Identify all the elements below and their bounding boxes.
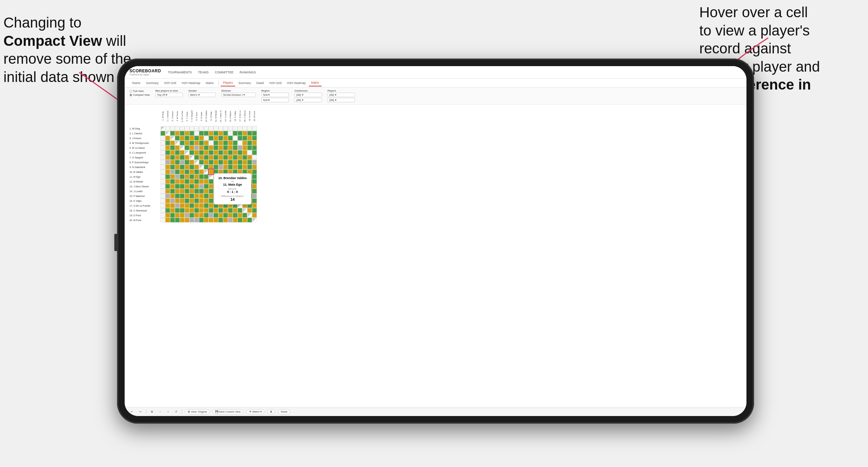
grid-cell[interactable]: [194, 218, 199, 222]
grid-cell[interactable]: [170, 165, 175, 169]
grid-cell[interactable]: [180, 198, 185, 203]
grid-cell[interactable]: [165, 169, 170, 174]
grid-cell[interactable]: [185, 126, 189, 131]
grid-cell[interactable]: [228, 131, 233, 136]
grid-cell[interactable]: [189, 184, 194, 189]
grid-cell[interactable]: [185, 141, 189, 145]
grid-cell[interactable]: [199, 194, 204, 198]
grid-cell[interactable]: [252, 155, 257, 160]
grid-cell[interactable]: [189, 160, 194, 165]
sub-nav-matrix1[interactable]: Matrix: [203, 80, 216, 86]
grid-cell[interactable]: [242, 155, 247, 160]
grid-cell[interactable]: [209, 141, 213, 145]
grid-cell[interactable]: [180, 184, 185, 189]
sub-nav-teams[interactable]: Teams: [129, 80, 143, 86]
grid-cell[interactable]: [165, 203, 170, 208]
grid-cell[interactable]: [247, 145, 252, 150]
grid-cell[interactable]: [165, 131, 170, 136]
grid-cell[interactable]: [180, 155, 185, 160]
nav-teams[interactable]: TEAMS: [198, 70, 209, 75]
zoom-in-button[interactable]: +: [166, 409, 171, 414]
grid-cell[interactable]: [170, 160, 175, 165]
grid-cell[interactable]: [199, 131, 204, 136]
grid-cell[interactable]: [252, 141, 257, 145]
grid-cell[interactable]: [170, 155, 175, 160]
sub-nav-h2hheatmap1[interactable]: H2H Heatmap: [179, 80, 203, 86]
filter-conference-select2[interactable]: (All) ▾: [294, 98, 322, 102]
grid-cell[interactable]: [218, 160, 223, 165]
grid-cell[interactable]: [252, 179, 257, 184]
grid-cell[interactable]: [209, 174, 213, 179]
grid-cell[interactable]: [170, 189, 175, 194]
grid-cell[interactable]: [247, 126, 252, 131]
grid-cell[interactable]: [209, 126, 213, 131]
grid-cell[interactable]: [223, 213, 228, 218]
grid-cell[interactable]: [160, 160, 165, 165]
grid-cell[interactable]: [252, 198, 257, 203]
grid-cell[interactable]: [199, 169, 204, 174]
grid-cell[interactable]: [189, 198, 194, 203]
grid-cell[interactable]: [165, 198, 170, 203]
grid-cell[interactable]: [165, 218, 170, 222]
grid-cell[interactable]: [175, 126, 180, 131]
grid-cell[interactable]: [213, 126, 218, 131]
grid-cell[interactable]: [233, 213, 238, 218]
redo-button[interactable]: ↪: [137, 409, 143, 414]
grid-cell[interactable]: [194, 203, 199, 208]
grid-cell[interactable]: [194, 179, 199, 184]
grid-cell[interactable]: [247, 213, 252, 218]
grid-cell[interactable]: [180, 189, 185, 194]
grid-cell[interactable]: [228, 160, 233, 165]
grid-cell[interactable]: [199, 179, 204, 184]
grid-cell[interactable]: [209, 169, 213, 174]
grid-cell[interactable]: [189, 208, 194, 213]
grid-cell[interactable]: [199, 126, 204, 131]
grid-cell[interactable]: [189, 174, 194, 179]
nav-committee[interactable]: COMMITTEE: [215, 70, 233, 75]
grid-cell[interactable]: [204, 131, 209, 136]
grid-cell[interactable]: [189, 131, 194, 136]
grid-cell[interactable]: [209, 208, 213, 213]
grid-cell[interactable]: [175, 141, 180, 145]
grid-cell[interactable]: [233, 136, 238, 141]
grid-cell[interactable]: [204, 160, 209, 165]
grid-cell[interactable]: [213, 213, 218, 218]
grid-cell[interactable]: [175, 155, 180, 160]
grid-cell[interactable]: [223, 160, 228, 165]
grid-cell[interactable]: [165, 165, 170, 169]
grid-cell[interactable]: [189, 145, 194, 150]
grid-cell[interactable]: [165, 160, 170, 165]
filter-gender-select[interactable]: Men's ▾: [188, 93, 216, 97]
grid-cell[interactable]: [194, 136, 199, 141]
grid-cell[interactable]: [218, 150, 223, 155]
grid-cell[interactable]: [180, 213, 185, 218]
grid-cell[interactable]: [233, 145, 238, 150]
grid-cell[interactable]: [213, 218, 218, 222]
filter-players-select1[interactable]: (All) ▾: [327, 93, 355, 97]
grid-cell[interactable]: [165, 136, 170, 141]
grid-cell[interactable]: [218, 126, 223, 131]
grid-cell[interactable]: [160, 150, 165, 155]
grid-cell[interactable]: [170, 203, 175, 208]
grid-cell[interactable]: [199, 141, 204, 145]
grid-cell[interactable]: [199, 189, 204, 194]
grid-cell[interactable]: [180, 208, 185, 213]
grid-cell[interactable]: [223, 150, 228, 155]
grid-cell[interactable]: [175, 194, 180, 198]
grid-cell[interactable]: [252, 194, 257, 198]
grid-cell[interactable]: [209, 160, 213, 165]
grid-cell[interactable]: [238, 165, 242, 169]
grid-cell[interactable]: [189, 194, 194, 198]
grid-cell[interactable]: [160, 189, 165, 194]
grid-cell[interactable]: [180, 150, 185, 155]
sub-nav-summary1[interactable]: Summary: [144, 80, 161, 86]
grid-cell[interactable]: [228, 165, 233, 169]
grid-cell[interactable]: [199, 160, 204, 165]
grid-cell[interactable]: [175, 174, 180, 179]
grid-cell[interactable]: [218, 141, 223, 145]
grid-cell[interactable]: [194, 198, 199, 203]
grid-cell[interactable]: [175, 136, 180, 141]
grid-cell[interactable]: [209, 184, 213, 189]
grid-cell[interactable]: [247, 208, 252, 213]
grid-cell[interactable]: [160, 131, 165, 136]
